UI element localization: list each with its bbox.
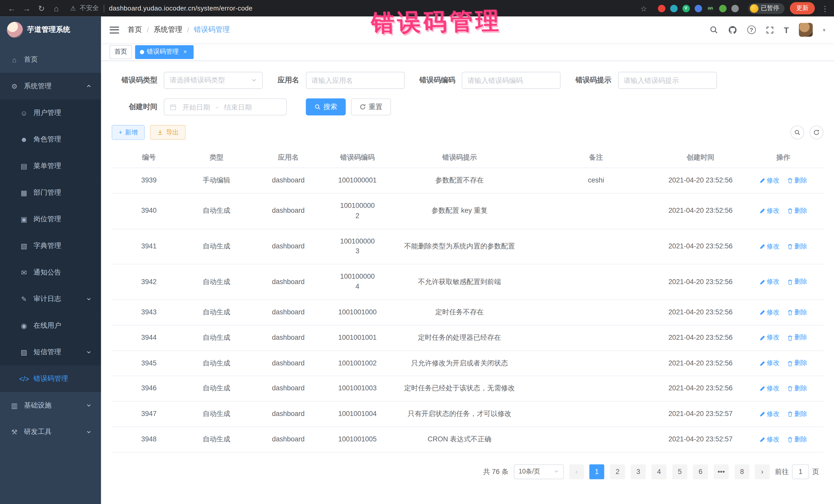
column-header[interactable]: 操作 (743, 147, 824, 168)
edit-link[interactable]: 修改 (759, 333, 780, 342)
pager-page-1[interactable]: 1 (589, 464, 604, 479)
view-tag[interactable]: 首页 (110, 45, 132, 59)
pager-page-6[interactable]: 6 (693, 464, 708, 479)
collapse-sidebar-icon[interactable] (110, 26, 119, 34)
column-header[interactable]: 编号 (112, 147, 186, 168)
pager-page-8[interactable]: 8 (734, 464, 749, 479)
goto-page-input[interactable] (792, 464, 809, 479)
column-header[interactable]: 备注 (534, 147, 658, 168)
breadcrumb-item[interactable]: 首页 (128, 25, 142, 35)
sidebar-item-notice[interactable]: ✉ 通知公告 (0, 259, 101, 286)
sidebar-item-error-code[interactable]: </> 错误码管理 (0, 366, 101, 392)
end-date-input[interactable] (221, 103, 255, 111)
column-header[interactable]: 创建时间 (658, 147, 743, 168)
sidebar-item-post[interactable]: ▣ 岗位管理 (0, 206, 101, 233)
edit-link[interactable]: 修改 (759, 176, 780, 185)
fullscreen-icon[interactable] (766, 26, 774, 34)
delete-link[interactable]: 删除 (787, 242, 807, 251)
home-icon[interactable]: ⌂ (50, 4, 63, 13)
sidebar-item-sms[interactable]: ▨ 短信管理 (0, 339, 101, 366)
delete-link[interactable]: 删除 (787, 435, 807, 444)
edit-link[interactable]: 修改 (759, 242, 780, 251)
start-date-input[interactable] (180, 103, 213, 111)
extension-blue-grid-icon[interactable] (695, 5, 702, 12)
sidebar-item-audit-log[interactable]: ✎ 审计日志 (0, 286, 101, 312)
edit-link[interactable]: 修改 (759, 384, 780, 393)
search-button[interactable]: 搜索 (306, 98, 346, 115)
extension-teal-icon[interactable] (670, 5, 678, 12)
edit-link[interactable]: 修改 (759, 206, 780, 216)
sidebar-item-dictionary[interactable]: ▧ 字典管理 (0, 233, 101, 259)
export-button[interactable]: 导出 (150, 125, 186, 140)
sidebar-item-user[interactable]: ☺ 用户管理 (0, 100, 101, 126)
delete-link[interactable]: 删除 (787, 359, 807, 368)
sidebar-item-menu-list[interactable]: ▤ 菜单管理 (0, 153, 101, 179)
view-tag[interactable]: 错误码管理 × (135, 45, 194, 59)
prev-page-button[interactable]: ‹ (569, 464, 584, 479)
pager-page-5[interactable]: 5 (672, 464, 687, 479)
pager-page-2[interactable]: 2 (610, 464, 625, 479)
edit-link[interactable]: 修改 (759, 308, 780, 317)
avatar-caret-icon[interactable]: ▾ (823, 27, 825, 33)
sidebar-item-infrastructure[interactable]: ▥ 基础设施 (0, 392, 101, 419)
edit-link[interactable]: 修改 (759, 359, 780, 368)
edit-link[interactable]: 修改 (759, 435, 780, 444)
extension-red-icon[interactable] (658, 5, 665, 12)
tab-close-icon[interactable]: × (181, 48, 189, 56)
sidebar-logo[interactable]: 芋道管理系统 (0, 17, 101, 43)
pager-page-3[interactable]: 3 (631, 464, 646, 479)
add-button[interactable]: + 新增 (112, 125, 145, 140)
sidebar-item-department[interactable]: ▦ 部门管理 (0, 179, 101, 206)
browser-update-button[interactable]: 更新 (790, 2, 815, 14)
pager-page-4[interactable]: 4 (652, 464, 666, 479)
browser-menu-icon[interactable]: ⋮ (821, 4, 829, 13)
delete-link[interactable]: 删除 (787, 206, 807, 216)
bookmark-star-icon[interactable]: ☆ (640, 4, 651, 13)
next-page-button[interactable]: › (755, 464, 770, 479)
edit-link[interactable]: 修改 (759, 410, 780, 419)
sidebar-item-dev-tools[interactable]: ⚒ 研发工具 (0, 419, 101, 445)
font-size-icon[interactable]: T (784, 25, 789, 34)
date-range-picker[interactable]: - (164, 98, 287, 115)
delete-link[interactable]: 删除 (787, 278, 807, 287)
sidebar-item-gear[interactable]: ⚙ 系统管理 (0, 73, 101, 100)
error-code-input[interactable] (467, 76, 555, 84)
sidebar-item-home[interactable]: ⌂ 首页 (0, 46, 101, 73)
security-label[interactable]: 不安全 (80, 4, 99, 13)
extension-green-v-icon[interactable]: V (682, 5, 689, 12)
delete-link[interactable]: 删除 (787, 410, 807, 419)
reload-icon[interactable]: ↻ (35, 3, 48, 13)
column-header[interactable]: 错误码编码 (330, 147, 385, 168)
sidebar-item-online-users[interactable]: ◉ 在线用户 (0, 312, 101, 339)
search-icon[interactable] (709, 25, 718, 34)
back-icon[interactable]: ← (5, 4, 18, 13)
github-icon[interactable] (728, 25, 737, 34)
address-bar[interactable]: ⚠ 不安全 dashboard.yudao.iocoder.cn/system/… (70, 4, 651, 13)
delete-link[interactable]: 删除 (787, 308, 807, 317)
reset-button[interactable]: 重置 (351, 98, 391, 115)
toggle-search-button[interactable] (790, 126, 804, 139)
column-header[interactable]: 类型 (186, 147, 247, 168)
extension-dark-on-icon[interactable]: on (707, 5, 714, 12)
edit-link[interactable]: 修改 (759, 278, 780, 287)
user-avatar[interactable] (799, 23, 813, 37)
extension-puzzle-icon[interactable] (731, 5, 739, 12)
profile-chip[interactable]: 已暂停 (748, 3, 785, 13)
column-header[interactable]: 错误码提示 (385, 147, 534, 168)
page-size-select[interactable]: 10条/页 (514, 464, 564, 479)
app-name-input[interactable] (311, 76, 399, 84)
url-text[interactable]: dashboard.yudao.iocoder.cn/system/error-… (109, 5, 253, 12)
refresh-table-button[interactable] (810, 126, 824, 139)
help-icon[interactable]: ? (747, 25, 756, 34)
breadcrumb-item[interactable]: 系统管理 (154, 25, 182, 35)
delete-link[interactable]: 删除 (787, 384, 807, 393)
forward-icon[interactable]: → (20, 4, 33, 13)
delete-link[interactable]: 删除 (787, 333, 807, 342)
delete-link[interactable]: 删除 (787, 176, 807, 185)
pager-more[interactable]: ••• (714, 464, 729, 479)
error-hint-input[interactable] (623, 76, 711, 84)
extension-leaf-icon[interactable] (719, 5, 726, 12)
column-header[interactable]: 应用名 (247, 147, 330, 168)
error-type-select[interactable]: 请选择错误码类型 (164, 72, 263, 89)
sidebar-item-roles[interactable]: ☻ 角色管理 (0, 126, 101, 153)
